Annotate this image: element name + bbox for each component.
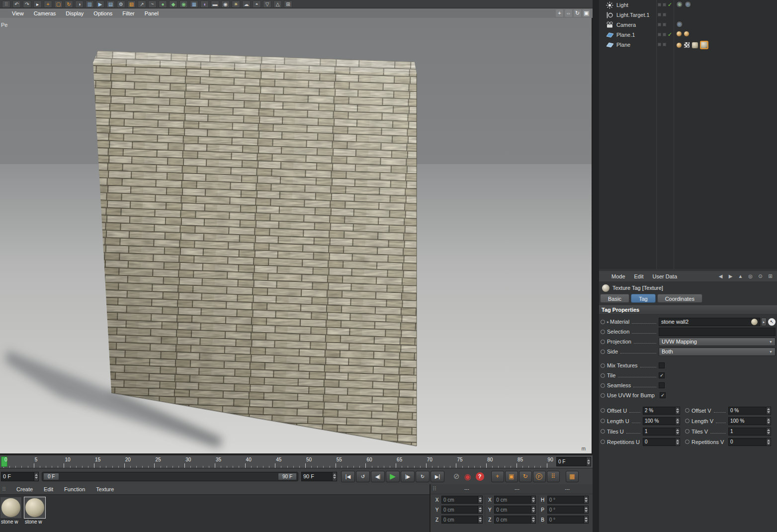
- material-thumbnail[interactable]: [24, 497, 45, 518]
- visibility-toggles[interactable]: [658, 43, 666, 46]
- floor-object-icon[interactable]: ▬: [211, 0, 219, 8]
- material-popup-button[interactable]: ▸: [761, 318, 767, 326]
- keyframe-circle[interactable]: [601, 429, 605, 434]
- move-tool-icon[interactable]: +: [44, 0, 52, 8]
- key-position-button[interactable]: +: [491, 471, 504, 482]
- scale-column-header[interactable]: ---: [492, 486, 542, 492]
- stepper[interactable]: [586, 457, 591, 466]
- keyframe-circle[interactable]: [685, 408, 690, 413]
- stepper[interactable]: [531, 516, 535, 523]
- array-object-icon[interactable]: ▦: [190, 0, 198, 8]
- material-swatch-selected[interactable]: stone w: [24, 497, 46, 525]
- primitive-cube-icon[interactable]: ▧: [127, 0, 136, 8]
- previous-frame-button[interactable]: ◀|: [371, 471, 385, 482]
- selection-field[interactable]: [659, 328, 776, 336]
- length-v-field[interactable]: 100 %: [728, 417, 771, 425]
- keyframe-circle[interactable]: [601, 393, 605, 398]
- zoom-view-icon[interactable]: ⇔: [565, 9, 572, 17]
- stepper[interactable]: [34, 472, 38, 481]
- keyframe-circle[interactable]: [601, 408, 605, 413]
- menu-user-data[interactable]: User Data: [648, 273, 682, 279]
- keyframe-circle[interactable]: [601, 419, 605, 423]
- object-row-light-target[interactable]: Light.Target.1: [599, 10, 777, 20]
- menu-display[interactable]: Display: [61, 10, 88, 16]
- seamless-checkbox[interactable]: [659, 382, 665, 388]
- expression-tag-icon[interactable]: ◎: [685, 1, 691, 8]
- material-pick-icon[interactable]: ↖: [768, 318, 776, 326]
- stepper[interactable]: [478, 516, 482, 523]
- play-loop-button[interactable]: ↻: [416, 471, 430, 482]
- render-picture-viewer-icon[interactable]: ▤: [106, 0, 115, 8]
- stepper[interactable]: [675, 439, 680, 445]
- menu-create[interactable]: Create: [11, 486, 38, 492]
- current-frame-display[interactable]: 0 F: [556, 457, 591, 466]
- key-pla-button[interactable]: ⠿: [547, 471, 560, 482]
- visibility-toggles[interactable]: [658, 3, 666, 6]
- viewport-3d[interactable]: Pe m: [0, 18, 592, 453]
- stepper[interactable]: [675, 428, 680, 435]
- projection-dropdown[interactable]: UVW Mapping ▼: [659, 338, 776, 346]
- toggle-view-icon[interactable]: ▣: [583, 9, 590, 17]
- subdivision-surface-icon[interactable]: ●: [159, 0, 167, 8]
- rotation-b-field[interactable]: 0 °: [547, 516, 589, 524]
- search-icon[interactable]: ◎: [747, 272, 754, 280]
- position-z-field[interactable]: 0 cm: [441, 516, 483, 524]
- material-field[interactable]: stone wall2: [659, 318, 760, 326]
- phong-tag-icon[interactable]: [676, 31, 682, 37]
- texture-tag-selected-icon[interactable]: [700, 41, 708, 49]
- keyframe-circle[interactable]: [685, 429, 690, 434]
- stepper[interactable]: [766, 418, 771, 425]
- keyframe-circle[interactable]: [685, 440, 690, 444]
- goto-end-button[interactable]: ▶|: [431, 471, 444, 482]
- position-x-field[interactable]: 0 cm: [441, 496, 483, 504]
- coordinate-system-icon[interactable]: ▥: [86, 0, 94, 8]
- keyframe-circle[interactable]: [601, 340, 605, 344]
- object-row-plane[interactable]: Plane: [599, 40, 777, 50]
- side-dropdown[interactable]: Both ▼: [659, 348, 776, 356]
- stepper[interactable]: [531, 496, 535, 503]
- mix-textures-checkbox[interactable]: [659, 362, 665, 368]
- phong-tag-icon[interactable]: [684, 31, 690, 37]
- play-button[interactable]: ▶: [386, 471, 400, 482]
- visibility-toggles[interactable]: [658, 13, 666, 16]
- camera-object-icon[interactable]: ◉: [221, 0, 230, 8]
- material-thumbnail[interactable]: [0, 497, 21, 518]
- parent-up-icon[interactable]: ▲: [737, 272, 744, 280]
- target-expression-tag-icon[interactable]: ⊕: [676, 1, 683, 8]
- current-frame-field[interactable]: 0 F: [1, 472, 39, 481]
- scale-tool-icon[interactable]: ▢: [54, 0, 63, 8]
- drag-handle-icon[interactable]: ⠿: [2, 0, 10, 8]
- history-forward-icon[interactable]: ▶: [727, 272, 734, 280]
- sky-object-icon[interactable]: ☁: [242, 0, 251, 8]
- preview-range-slider[interactable]: 0 F 90 F: [42, 472, 298, 481]
- visibility-toggles[interactable]: [658, 33, 666, 36]
- menu-edit[interactable]: Edit: [38, 486, 59, 492]
- timeline-ruler[interactable]: 0 F 051015202530354045505560657075808590: [0, 455, 593, 468]
- rotate-tool-icon[interactable]: ↻: [65, 0, 73, 8]
- menu-function[interactable]: Function: [59, 486, 90, 492]
- uvw-tag-icon[interactable]: [684, 42, 690, 48]
- last-tool-icon[interactable]: ◑: [75, 0, 84, 8]
- length-u-field[interactable]: 100 %: [643, 417, 680, 425]
- range-end-handle[interactable]: 90 F: [278, 473, 297, 480]
- extrude-object-icon[interactable]: ◆: [169, 0, 177, 8]
- scale-z-field[interactable]: 0 cm: [494, 516, 535, 524]
- menu-view[interactable]: View: [7, 10, 29, 16]
- history-back-icon[interactable]: ◀: [717, 272, 724, 280]
- lathe-object-icon[interactable]: ◉: [179, 0, 188, 8]
- selection-filter-icon[interactable]: ▽: [263, 0, 271, 8]
- play-backwards-button[interactable]: ↺: [356, 471, 370, 482]
- position-y-field[interactable]: 0 cm: [441, 506, 483, 514]
- environment-object-icon[interactable]: ◓: [253, 0, 261, 8]
- texture-tag-icon[interactable]: [691, 42, 698, 49]
- render-settings-icon[interactable]: ⚙: [117, 0, 125, 8]
- keyframe-selection-button[interactable]: ▦: [566, 471, 579, 482]
- stepper[interactable]: [531, 506, 535, 513]
- key-rotation-button[interactable]: ↻: [519, 471, 532, 482]
- render-view-icon[interactable]: ▶: [96, 0, 104, 8]
- tiles-u-field[interactable]: 1: [643, 428, 680, 436]
- tab-coordinates[interactable]: Coordinates: [657, 294, 702, 303]
- keyframe-circle[interactable]: [601, 383, 605, 388]
- goto-start-button[interactable]: |◀: [341, 471, 355, 482]
- stepper[interactable]: [675, 407, 680, 414]
